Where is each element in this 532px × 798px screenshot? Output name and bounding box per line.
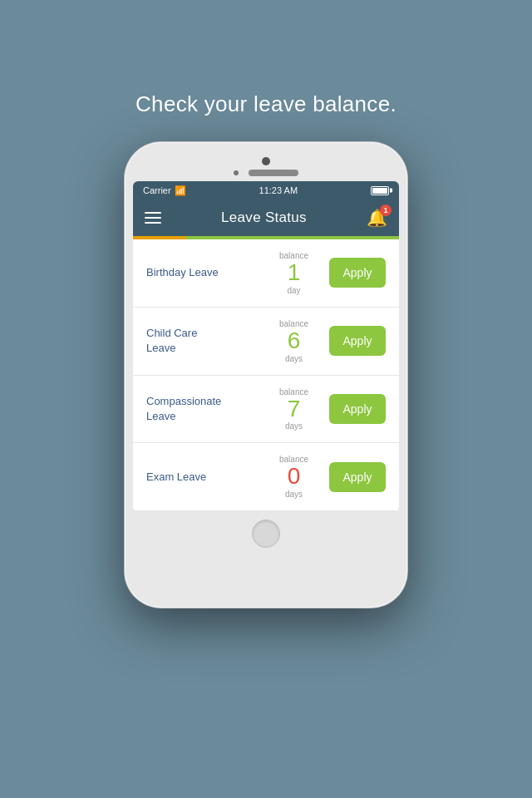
camera — [262, 157, 270, 165]
balance-number: 1 — [288, 260, 301, 286]
status-time: 11:23 AM — [259, 185, 298, 195]
battery-icon — [371, 186, 389, 195]
leave-name: CompassionateLeave — [146, 394, 267, 424]
leave-name: Birthday Leave — [146, 265, 267, 280]
leave-item: Exam Leave balance 0 days Apply — [133, 443, 399, 511]
balance-label: balance — [279, 387, 308, 397]
leave-name: Child CareLeave — [146, 326, 267, 356]
phone-shell: Carrier 📶 11:23 AM Leave Status 🔔 1 — [125, 142, 407, 608]
leave-balance: balance 6 days — [267, 319, 321, 363]
wifi-icon: 📶 — [175, 185, 186, 196]
apply-button[interactable]: Apply — [329, 326, 386, 356]
home-button[interactable] — [252, 520, 280, 548]
speaker-area — [234, 170, 298, 176]
nav-bar: Leave Status 🔔 1 — [133, 200, 399, 236]
sensor-dot — [234, 170, 239, 175]
carrier-area: Carrier 📶 — [143, 185, 186, 196]
hamburger-line-2 — [145, 217, 161, 219]
hamburger-line-1 — [145, 212, 161, 214]
notification-bell-button[interactable]: 🔔 1 — [367, 208, 387, 228]
notification-badge: 1 — [380, 204, 392, 216]
leave-balance: balance 7 days — [267, 387, 321, 431]
apply-button[interactable]: Apply — [329, 462, 386, 492]
page-headline: Check your leave balance. — [135, 91, 397, 117]
balance-unit: days — [285, 490, 303, 499]
leave-item: CompassionateLeave balance 7 days Apply — [133, 376, 399, 444]
balance-unit: days — [285, 421, 303, 431]
leave-item: Birthday Leave balance 1 day Apply — [133, 239, 399, 308]
leave-item: Child CareLeave balance 6 days Apply — [133, 308, 399, 376]
phone-top — [133, 150, 399, 181]
phone-bottom — [133, 511, 399, 554]
hamburger-line-3 — [145, 222, 161, 224]
nav-title: Leave Status — [221, 209, 307, 226]
leave-name: Exam Leave — [146, 470, 267, 485]
speaker-grille — [249, 170, 298, 176]
leave-balance: balance 0 days — [267, 455, 321, 499]
leave-balance: balance 1 day — [267, 251, 321, 295]
status-bar: Carrier 📶 11:23 AM — [133, 181, 399, 200]
balance-number: 6 — [288, 328, 301, 354]
balance-number: 7 — [288, 397, 301, 422]
hamburger-menu-button[interactable] — [145, 212, 161, 224]
apply-button[interactable]: Apply — [329, 258, 386, 288]
leave-list: Birthday Leave balance 1 day Apply Child… — [133, 239, 399, 511]
balance-number: 0 — [288, 464, 301, 490]
balance-unit: day — [287, 286, 300, 295]
apply-button[interactable]: Apply — [329, 394, 386, 424]
carrier-label: Carrier — [143, 185, 171, 195]
screen: Carrier 📶 11:23 AM Leave Status 🔔 1 — [133, 181, 399, 511]
battery-fill — [372, 188, 387, 194]
balance-unit: days — [285, 354, 303, 363]
